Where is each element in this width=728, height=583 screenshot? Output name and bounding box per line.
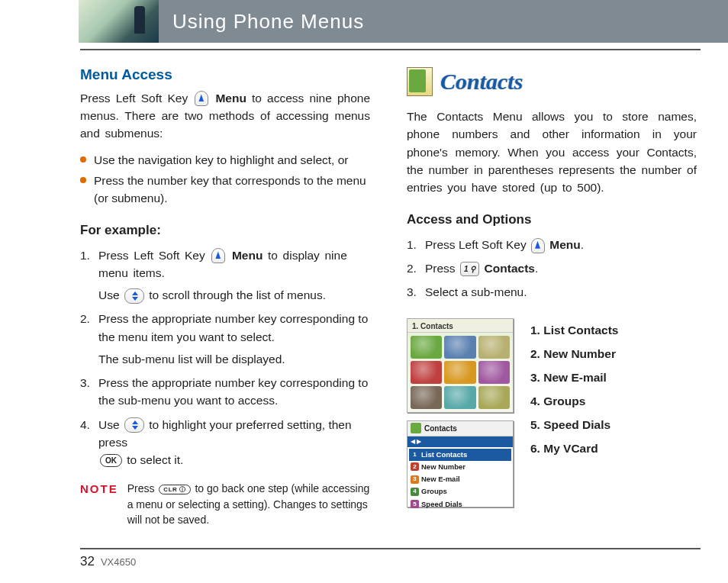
nav-key-icon bbox=[124, 288, 144, 304]
list-item: 5Speed Dials bbox=[409, 498, 511, 511]
page-footer: 32 VX4650 bbox=[80, 548, 701, 569]
step-item: 1. Press Left Soft Key Menu to display n… bbox=[80, 246, 370, 304]
one-key-icon: 1 ⚲ bbox=[460, 262, 479, 276]
right-column: Contacts The Contacts Menu allows you to… bbox=[407, 64, 697, 527]
contacts-heading-row: Contacts bbox=[407, 64, 697, 98]
screen2-tabbar: ◀ ▶ bbox=[407, 436, 513, 447]
t: to scroll through the list of menus. bbox=[149, 288, 326, 301]
submenu-label: 3. New E-mail bbox=[530, 366, 618, 389]
step-number: 1. bbox=[407, 236, 425, 253]
t: Speed Dials bbox=[421, 499, 462, 510]
contacts-intro: The Contacts Menu allows you to store na… bbox=[407, 108, 697, 196]
grid-icon bbox=[478, 361, 510, 384]
bullet-text: Press the number key that corresponds to… bbox=[94, 172, 370, 208]
grid-icon bbox=[444, 361, 475, 384]
t: Menu bbox=[232, 249, 263, 262]
access-steps: 1. Press Left Soft Key Menu. 2. Press 1 … bbox=[407, 236, 697, 301]
list-item: 4Groups bbox=[409, 485, 511, 498]
screen1-title: 1. Contacts bbox=[407, 319, 513, 333]
t: List Contacts bbox=[421, 449, 467, 460]
step-body: Press 1 ⚲ Contacts. bbox=[425, 259, 697, 277]
step-body: Press the appropriate number key corresp… bbox=[98, 310, 370, 368]
grid-icon bbox=[444, 386, 475, 409]
bullet-item: Press the number key that corresponds to… bbox=[80, 172, 370, 208]
t: Press bbox=[425, 262, 459, 275]
phone-screenshots: 1. Contacts Contacts ◀ ▶ 1List Contacts bbox=[407, 318, 514, 507]
step-number: 3. bbox=[80, 374, 98, 410]
screen2-title: Contacts bbox=[424, 423, 457, 434]
step-number: 4. bbox=[80, 416, 98, 469]
contacts-title: Contacts bbox=[440, 64, 523, 98]
t: Menu bbox=[549, 238, 580, 251]
t: Use bbox=[98, 288, 123, 301]
num-icon: 4 bbox=[411, 488, 419, 496]
left-column: Menu Access Press Left Soft Key Menu to … bbox=[80, 64, 370, 527]
clr-key-icon: CLR ⓘ bbox=[159, 485, 190, 495]
grid-icon bbox=[411, 361, 442, 384]
step-body: Press Left Soft Key Menu. bbox=[425, 236, 697, 253]
step-number: 2. bbox=[80, 310, 98, 368]
bullet-icon bbox=[80, 177, 86, 183]
menu-icon-grid bbox=[407, 333, 513, 412]
submenu-label: 1. List Contacts bbox=[530, 318, 618, 342]
grid-icon bbox=[478, 336, 510, 359]
step-number: 1. bbox=[80, 246, 98, 304]
submenu-label: 4. Groups bbox=[530, 389, 618, 413]
t: Press Left Soft Key bbox=[98, 249, 210, 262]
bullet-text: Use the navigation key to highlight and … bbox=[94, 151, 348, 169]
step1-line2: Use to scroll through the list of menus. bbox=[98, 286, 370, 304]
t: Press bbox=[127, 482, 158, 494]
step2-sub: The sub-menu list will be displayed. bbox=[98, 350, 370, 368]
list-item: 1List Contacts bbox=[409, 449, 511, 461]
num-icon: 1 bbox=[411, 450, 419, 459]
t: Contacts bbox=[485, 262, 535, 275]
num-icon: 2 bbox=[411, 462, 419, 471]
note-text: Press CLR ⓘ to go back one step (while a… bbox=[127, 481, 370, 527]
step-body: Select a sub-menu. bbox=[425, 283, 697, 301]
page-number: 32 bbox=[80, 554, 95, 569]
t: New E-mail bbox=[421, 474, 460, 485]
t: Use bbox=[98, 418, 123, 431]
step-body: Press the appropriate number key corresp… bbox=[98, 374, 370, 410]
note-label: NOTE bbox=[80, 481, 118, 527]
submenu-label: 6. My VCard bbox=[530, 436, 618, 460]
access-methods-list: Use the navigation key to highlight and … bbox=[80, 151, 370, 207]
screen2-header: Contacts bbox=[407, 421, 513, 436]
step1-line1: Press Left Soft Key Menu to display nine… bbox=[98, 249, 347, 279]
header-title-bar: Using Phone Menus bbox=[159, 0, 728, 43]
contacts-icon bbox=[407, 67, 433, 96]
t: New Number bbox=[421, 462, 465, 472]
soft-key-icon bbox=[531, 238, 545, 253]
page-header: Using Phone Menus bbox=[0, 0, 728, 43]
step-item: 3. Select a sub-menu. bbox=[407, 283, 697, 301]
t: . bbox=[581, 238, 584, 251]
access-options-heading: Access and Options bbox=[407, 210, 697, 230]
header-title: Using Phone Menus bbox=[172, 10, 364, 34]
step-item: 1. Press Left Soft Key Menu. bbox=[407, 236, 697, 253]
step-item: 2. Press 1 ⚲ Contacts. bbox=[407, 259, 697, 277]
grid-icon bbox=[411, 336, 442, 359]
submenu-area: 1. Contacts Contacts ◀ ▶ 1List Contacts bbox=[407, 318, 697, 507]
nav-key-icon bbox=[124, 417, 144, 433]
screen2-list: 1List Contacts 2New Number 3New E-mail 4… bbox=[407, 447, 513, 512]
ok-key-icon: OK bbox=[100, 454, 122, 467]
step-number: 2. bbox=[407, 259, 425, 277]
step-body: Use to highlight your preferred setting,… bbox=[98, 416, 370, 469]
step-number: 3. bbox=[407, 283, 425, 301]
menu-access-heading: Menu Access bbox=[80, 64, 370, 86]
intro-text-a: Press Left Soft Key bbox=[80, 92, 193, 105]
t: Press Left Soft Key bbox=[425, 238, 530, 251]
header-photo bbox=[79, 0, 159, 43]
step-item: 4. Use to highlight your preferred setti… bbox=[80, 416, 370, 469]
step-body: Press Left Soft Key Menu to display nine… bbox=[98, 246, 370, 304]
t: Groups bbox=[421, 486, 447, 497]
grid-icon bbox=[444, 336, 475, 359]
content-columns: Menu Access Press Left Soft Key Menu to … bbox=[0, 50, 728, 527]
num-icon: 3 bbox=[411, 475, 419, 484]
note-block: NOTE Press CLR ⓘ to go back one step (wh… bbox=[80, 481, 370, 527]
for-example-heading: For example: bbox=[80, 221, 370, 240]
soft-key-icon bbox=[211, 248, 225, 263]
mini-contacts-icon bbox=[411, 423, 421, 433]
list-item: 2New Number bbox=[409, 461, 511, 473]
step-item: 2. Press the appropriate number key corr… bbox=[80, 310, 370, 368]
